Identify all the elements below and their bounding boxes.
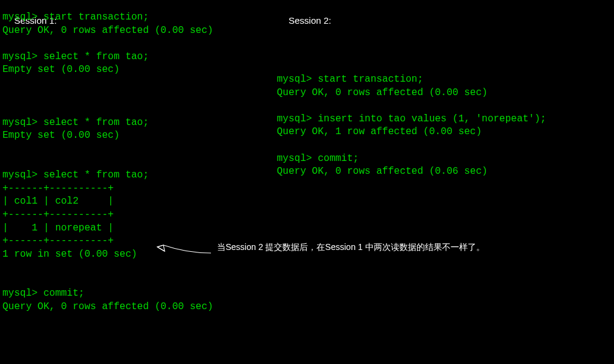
annotation-text: 当Session 2 提交数据后，在Session 1 中两次读数据的结果不一样…: [217, 241, 485, 253]
session2-terminal: mysql> start transaction; Query OK, 0 ro…: [277, 73, 546, 179]
arrow-icon: [156, 238, 211, 256]
session1-terminal: mysql> start transaction; Query OK, 0 ro…: [2, 11, 213, 314]
session2-label: Session 2:: [288, 15, 331, 26]
annotation: 当Session 2 提交数据后，在Session 1 中两次读数据的结果不一样…: [156, 238, 485, 256]
